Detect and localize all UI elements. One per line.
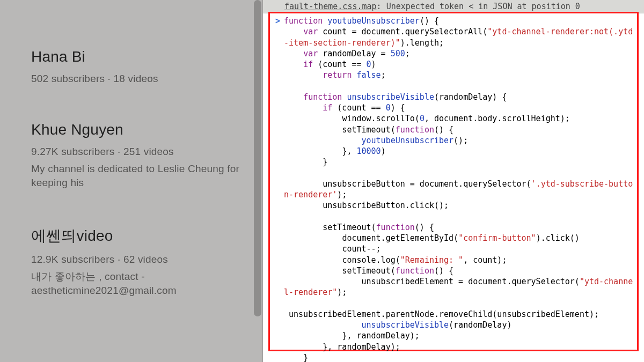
channel-item[interactable]: 에쎈띄video 12.9K subscribers · 62 videos 내… [31, 226, 240, 297]
channel-meta: 12.9K subscribers · 62 videos [31, 254, 240, 265]
highlighted-code-region: > function youtubeUnsubscriber() { var c… [268, 12, 639, 351]
channel-item[interactable]: Khue Nguyen 9.27K subscribers · 251 vide… [31, 121, 240, 189]
warning-source-file[interactable]: fault-theme.css.map [284, 2, 377, 11]
channel-desc: My channel is dedicated to Leslie Cheung… [31, 162, 240, 189]
channel-name: 에쎈띄video [31, 226, 240, 246]
console-input-code[interactable]: function youtubeUnsubscriber() { var cou… [284, 16, 635, 362]
devtools-console: fault-theme.css.map: Unexpected token < … [263, 0, 644, 362]
channel-item[interactable]: Hana Bi 502 subscribers · 18 videos [31, 48, 240, 85]
warning-message: : Unexpected token < in JSON at position… [377, 2, 580, 11]
channel-meta: 9.27K subscribers · 251 videos [31, 146, 240, 158]
scrollbar-thumb[interactable] [254, 0, 261, 316]
console-prompt-icon: > [275, 16, 280, 26]
channel-meta: 502 subscribers · 18 videos [31, 73, 240, 85]
channel-desc: 내가 좋아하는 , contact - aestheticmine2021@gm… [31, 270, 240, 297]
subscriptions-panel: Hana Bi 502 subscribers · 18 videos Khue… [0, 0, 263, 362]
channel-name: Khue Nguyen [31, 121, 240, 138]
channel-name: Hana Bi [31, 48, 240, 65]
